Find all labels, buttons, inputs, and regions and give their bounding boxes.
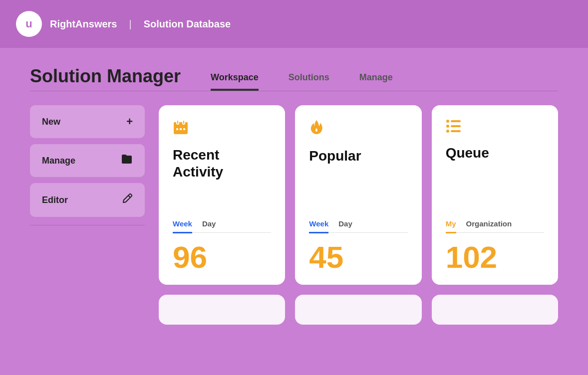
cards-grid: Recent Activity Week Day 96 Popular	[159, 105, 558, 325]
popular-day-tab[interactable]: Day	[338, 219, 352, 233]
queue-org-tab[interactable]: Organization	[466, 219, 512, 233]
tab-manage[interactable]: Manage	[359, 72, 393, 91]
svg-rect-1	[174, 122, 188, 127]
app-header: u RightAnswers | Solution Database	[0, 0, 588, 48]
section-name: Solution Database	[144, 18, 231, 30]
bottom-card-1	[159, 295, 285, 325]
recent-activity-title: Recent Activity	[173, 147, 271, 180]
popular-card: Popular Week Day 45	[295, 105, 421, 285]
recent-day-tab[interactable]: Day	[202, 219, 216, 233]
svg-point-10	[446, 120, 449, 123]
page-title: Solution Manager	[30, 66, 181, 91]
svg-rect-7	[451, 120, 461, 122]
queue-my-tab[interactable]: My	[446, 219, 456, 233]
main-tabs: Workspace Solutions Manage	[211, 72, 558, 91]
svg-point-11	[446, 125, 449, 128]
manage-button[interactable]: Manage	[30, 144, 145, 177]
calendar-icon	[173, 119, 271, 139]
popular-week-tab[interactable]: Week	[309, 219, 328, 233]
queue-title: Queue	[446, 145, 544, 162]
svg-rect-9	[451, 130, 461, 132]
fire-icon	[309, 119, 407, 140]
edit-icon	[122, 193, 133, 207]
popular-title: Popular	[309, 148, 407, 165]
queue-value: 102	[446, 242, 544, 273]
sidebar-divider	[30, 225, 145, 225]
page-header: Solution Manager Workspace Solutions Man…	[30, 48, 558, 91]
app-logo: u	[16, 11, 42, 37]
bottom-card-3	[432, 295, 558, 325]
recent-activity-tabs: Week Day	[173, 219, 271, 233]
svg-rect-8	[451, 125, 461, 127]
logo-letter: u	[25, 17, 32, 30]
queue-card: Queue My Organization 102	[432, 105, 558, 285]
recent-activity-value: 96	[173, 242, 271, 273]
tabs-divider	[30, 91, 558, 91]
sidebar: New + Manage Editor	[30, 105, 145, 237]
svg-rect-6	[183, 128, 185, 130]
svg-rect-2	[177, 120, 179, 124]
editor-button[interactable]: Editor	[30, 183, 145, 217]
folder-icon	[121, 154, 133, 167]
header-divider: |	[129, 18, 131, 30]
content-row: New + Manage Editor	[30, 105, 558, 325]
tab-solutions[interactable]: Solutions	[289, 72, 329, 91]
new-button[interactable]: New +	[30, 105, 145, 138]
svg-rect-3	[183, 120, 185, 124]
queue-tabs: My Organization	[446, 219, 544, 233]
popular-value: 45	[309, 242, 407, 273]
recent-activity-card: Recent Activity Week Day 96	[159, 105, 285, 285]
bottom-card-2	[295, 295, 421, 325]
popular-tabs: Week Day	[309, 219, 407, 233]
svg-point-12	[446, 130, 449, 133]
editor-button-label: Editor	[42, 195, 68, 205]
manage-button-label: Manage	[42, 156, 75, 166]
svg-rect-4	[176, 128, 178, 130]
plus-icon: +	[126, 115, 133, 128]
tab-workspace[interactable]: Workspace	[211, 72, 259, 91]
recent-week-tab[interactable]: Week	[173, 219, 192, 233]
new-button-label: New	[42, 117, 60, 127]
main-content: Solution Manager Workspace Solutions Man…	[0, 48, 588, 345]
svg-rect-5	[180, 128, 182, 130]
app-name: RightAnswers	[50, 18, 117, 30]
list-icon	[446, 119, 544, 137]
